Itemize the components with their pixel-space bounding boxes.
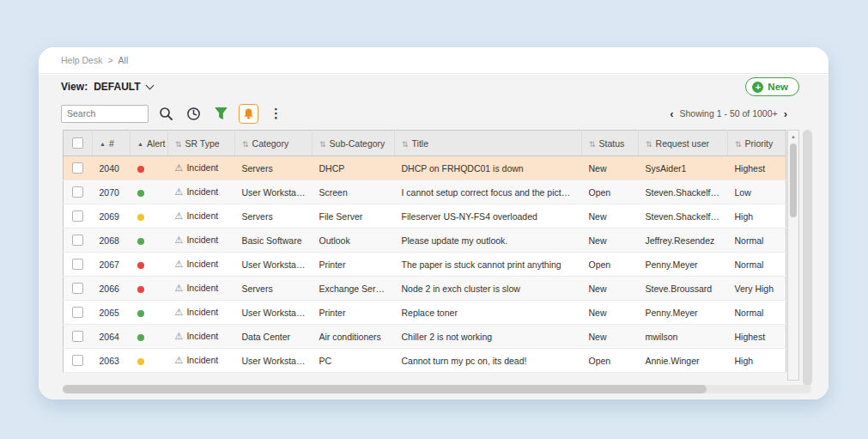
cell-alert	[131, 156, 168, 180]
cell-sub_category: DHCP	[313, 156, 395, 180]
horizontal-scrollbar[interactable]	[63, 385, 811, 393]
alert-bell-icon[interactable]	[239, 104, 258, 124]
alert-dot-icon	[137, 310, 144, 317]
cell-title: DHCP on FRHQDC01 is down	[395, 156, 582, 180]
column-label: Status	[599, 138, 625, 149]
cell-status: Open	[582, 180, 639, 204]
vertical-scrollbar-thumb[interactable]	[790, 143, 797, 217]
table-row[interactable]: 2069⚠IncidentServersFile ServerFileserve…	[64, 204, 786, 229]
cell-sr_type: ⚠Incident	[168, 325, 235, 349]
cell-priority: High	[728, 204, 786, 229]
column-header-alert[interactable]: ▲Alert	[131, 131, 168, 156]
cell-priority: Highest	[728, 156, 786, 180]
cell-id: 2069	[93, 204, 131, 229]
cell-id: 2068	[93, 229, 131, 253]
cell-title: Please update my outlook.	[395, 229, 582, 253]
table-row[interactable]: 2066⚠IncidentServersExchange ServerNode …	[64, 277, 786, 301]
cell-priority: Normal	[728, 253, 786, 277]
table-vertical-scrollbar[interactable]: ▲	[787, 130, 799, 381]
alert-dot-icon	[137, 166, 144, 173]
cell-checkbox	[64, 204, 93, 229]
table-row[interactable]: 2065⚠IncidentUser WorkstationPrinterRepl…	[64, 301, 786, 325]
row-checkbox[interactable]	[72, 283, 83, 294]
column-header-id[interactable]: ▲#	[93, 131, 131, 156]
cell-alert	[131, 180, 168, 204]
cell-checkbox	[64, 156, 93, 180]
horizontal-scrollbar-thumb[interactable]	[63, 385, 707, 393]
column-header-request_user[interactable]: ⇅Request user	[639, 131, 728, 156]
cell-priority: Low	[728, 180, 786, 204]
column-header-title[interactable]: ⇅Title	[395, 131, 582, 156]
row-checkbox[interactable]	[72, 307, 83, 318]
select-all-checkbox[interactable]	[72, 137, 83, 149]
cell-title: Chiller 2 is not working	[395, 325, 582, 349]
next-page-arrow[interactable]: ›	[784, 108, 787, 119]
column-header-priority[interactable]: ⇅Priority	[728, 131, 786, 156]
row-checkbox[interactable]	[72, 355, 83, 366]
table-header-row: ▲#▲Alert⇅SR Type⇅Category⇅Sub-Category⇅T…	[64, 131, 786, 156]
alert-dot-icon	[137, 214, 144, 221]
column-label: Alert	[147, 138, 166, 149]
view-selector[interactable]: View: DEFAULT	[61, 81, 153, 93]
breadcrumb: Help Desk > All	[39, 47, 829, 74]
sort-toggle-icon: ⇅	[175, 140, 182, 149]
row-checkbox[interactable]	[72, 186, 83, 198]
row-checkbox[interactable]	[72, 235, 83, 246]
table-row[interactable]: 2070⚠IncidentUser WorkstationScreenI can…	[64, 180, 786, 204]
history-clock-icon[interactable]	[184, 104, 203, 124]
cell-sr_type: ⚠Incident	[168, 349, 235, 373]
cell-status: New	[582, 156, 639, 180]
new-button[interactable]: + New	[745, 77, 799, 96]
table-row[interactable]: 2067⚠IncidentUser WorkstationPrinterThe …	[64, 253, 786, 277]
table-row[interactable]: 2064⚠IncidentData CenterAir conditioners…	[64, 325, 786, 349]
incident-warning-icon: ⚠	[175, 210, 184, 221]
incident-warning-icon: ⚠	[175, 259, 184, 269]
search-input[interactable]	[61, 105, 149, 123]
table-row[interactable]: 2063⚠IncidentUser WorkstationPCCannot tu…	[64, 349, 786, 373]
alert-dot-icon	[137, 358, 144, 365]
sort-toggle-icon: ⇅	[589, 140, 596, 149]
panel-vertical-scrollbar[interactable]	[803, 130, 812, 386]
scroll-up-arrow-icon[interactable]: ▲	[788, 131, 798, 142]
cell-checkbox	[64, 229, 93, 253]
column-header-sr_type[interactable]: ⇅SR Type	[168, 131, 235, 156]
cell-alert	[131, 229, 168, 253]
incident-warning-icon: ⚠	[175, 162, 184, 173]
cell-checkbox	[64, 253, 93, 277]
cell-sr_type: ⚠Incident	[168, 204, 235, 229]
cell-request_user: Penny.Meyer	[639, 301, 728, 325]
alert-dot-icon	[137, 238, 144, 245]
cell-priority: High	[728, 349, 786, 373]
cell-category: Servers	[235, 204, 313, 229]
cell-checkbox	[64, 301, 93, 325]
incident-warning-icon: ⚠	[175, 283, 184, 293]
cell-request_user: SysAider1	[639, 156, 728, 180]
table-row[interactable]: 2068⚠IncidentBasic SoftwareOutlookPlease…	[64, 229, 786, 253]
cell-request_user: mwilson	[639, 325, 728, 349]
incident-warning-icon: ⚠	[175, 331, 184, 341]
cell-sr_type: ⚠Incident	[168, 301, 235, 325]
row-checkbox[interactable]	[72, 331, 83, 342]
cell-checkbox	[64, 325, 93, 349]
column-header-status[interactable]: ⇅Status	[582, 131, 639, 156]
kebab-menu-icon[interactable]: ⋮	[266, 104, 286, 124]
cell-request_user: Annie.Winger	[639, 349, 728, 373]
alert-dot-icon	[137, 262, 144, 269]
column-header-sub_category[interactable]: ⇅Sub-Category	[313, 131, 395, 156]
filter-funnel-icon[interactable]	[211, 104, 231, 124]
prev-page-arrow[interactable]: ‹	[670, 108, 673, 119]
table-row[interactable]: 2040⚠IncidentServersDHCPDHCP on FRHQDC01…	[64, 156, 786, 180]
cell-alert	[131, 277, 168, 301]
row-checkbox[interactable]	[72, 210, 83, 222]
cell-sub_category: File Server	[313, 204, 395, 229]
cell-sub_category: Air conditioners	[313, 325, 395, 349]
search-icon[interactable]	[156, 104, 176, 124]
column-label: #	[109, 138, 114, 149]
column-header-category[interactable]: ⇅Category	[235, 131, 313, 156]
row-checkbox[interactable]	[72, 162, 83, 174]
cell-category: Servers	[235, 156, 313, 180]
row-checkbox[interactable]	[72, 259, 83, 270]
cell-alert	[131, 325, 168, 349]
breadcrumb-help-desk[interactable]: Help Desk	[61, 55, 102, 65]
cell-alert	[131, 204, 168, 229]
